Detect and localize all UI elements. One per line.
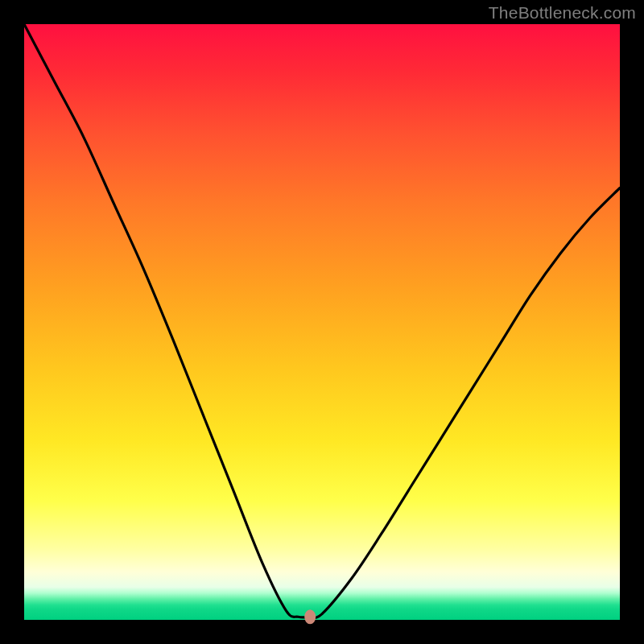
optimum-marker <box>304 609 316 624</box>
bottleneck-curve <box>24 24 620 617</box>
chart-frame: TheBottleneck.com <box>0 0 644 644</box>
watermark-text: TheBottleneck.com <box>489 3 636 23</box>
plot-area <box>24 24 620 620</box>
curve-svg <box>24 24 620 620</box>
